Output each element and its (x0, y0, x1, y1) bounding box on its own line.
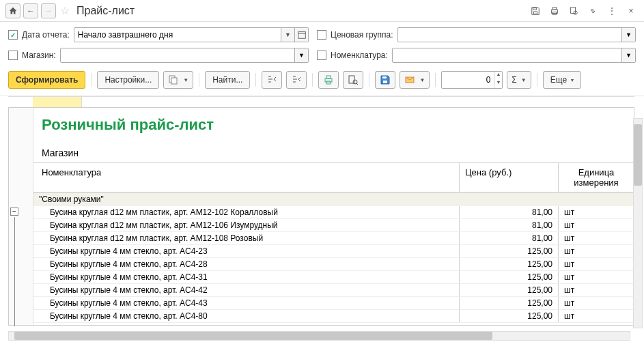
nomenclature-dropdown[interactable]: ▼ (621, 48, 635, 62)
cell-name: Бусины круглые 4 мм стекло, арт. AC4-28 (33, 258, 460, 270)
email-button[interactable]: ▼ (400, 71, 430, 89)
svg-rect-5 (298, 32, 305, 39)
favorite-icon[interactable]: ☆ (60, 4, 70, 17)
svg-line-14 (356, 83, 358, 85)
group-row[interactable]: "Своими руками" (33, 192, 634, 206)
link-icon[interactable] (585, 3, 600, 18)
horizontal-scrollbar[interactable] (8, 331, 630, 341)
cell-unit: шт (559, 219, 634, 231)
cell-unit: шт (559, 206, 634, 218)
sum-input[interactable]: 0 ▲▼ (441, 71, 503, 89)
svg-rect-1 (552, 7, 556, 10)
svg-rect-8 (171, 78, 177, 84)
svg-rect-3 (571, 7, 576, 13)
price-group-label: Ценовая группа: (331, 30, 393, 40)
find-button[interactable]: Найти... (205, 71, 250, 89)
report-date-input[interactable] (74, 27, 281, 42)
settings-button[interactable]: Настройки... (97, 71, 159, 89)
close-icon[interactable]: × (624, 3, 639, 18)
store-input[interactable] (61, 48, 294, 62)
cell-price: 81,00 (460, 206, 559, 218)
more-icon[interactable]: ⋮ (604, 3, 619, 18)
tree-line (14, 217, 15, 326)
price-group-input[interactable] (398, 28, 621, 42)
cell-price: 125,00 (460, 284, 559, 296)
more-button[interactable]: Еще▾ (543, 71, 581, 89)
cell-unit: шт (559, 310, 634, 322)
price-group-checkbox[interactable] (317, 30, 326, 40)
table-row[interactable]: Бусины круглые 4 мм стекло, арт. AC4-231… (33, 245, 634, 258)
store-checkbox[interactable] (8, 51, 18, 60)
variants-button[interactable]: ▼ (163, 71, 193, 89)
cell-name: Бусина круглая d12 мм пластик, арт. AM12… (33, 232, 460, 244)
col-unit-header: Единица измерения (559, 163, 634, 192)
store-section: Магазин (33, 143, 634, 163)
cell-name: Бусины круглые 4 мм стекло, арт. AC4-43 (33, 297, 460, 309)
cell-price: 125,00 (460, 310, 559, 322)
svg-rect-16 (383, 81, 387, 83)
home-button[interactable] (5, 3, 20, 18)
svg-rect-10 (326, 76, 331, 78)
collapse-button[interactable] (286, 71, 307, 89)
svg-rect-15 (382, 76, 387, 78)
table-row[interactable]: Бусина круглая d12 мм пластик, арт. AM12… (33, 232, 634, 245)
titlebar: ← → ☆ Прайс-лист ⋮ × (0, 0, 644, 22)
sum-up[interactable]: ▲ (494, 72, 502, 80)
cell-unit: шт (559, 284, 634, 296)
cell-price: 125,00 (460, 245, 559, 257)
svg-rect-12 (349, 76, 354, 83)
cell-unit: шт (559, 245, 634, 257)
gutter (9, 108, 33, 325)
nomenclature-label: Номенклатура: (331, 51, 388, 60)
cell-name: Бусина круглая d12 мм пластик, арт. AM12… (33, 206, 460, 218)
table-row[interactable]: Бусина круглая d12 мм пластик, арт. AM12… (33, 206, 634, 219)
cell-unit: шт (559, 258, 634, 270)
table-row[interactable]: Бусины круглые 4 мм стекло, арт. AC4-311… (33, 271, 634, 284)
table-row[interactable]: Бусина круглая d12 мм пластик, арт. AM12… (33, 219, 634, 232)
preview-button[interactable] (343, 71, 363, 89)
preview-icon[interactable] (566, 3, 581, 18)
toolbar: Сформировать Настройки... ▼ Найти... ▼ 0… (0, 68, 644, 96)
vertical-scrollbar[interactable] (633, 118, 643, 328)
page-title: Прайс-лист (76, 5, 528, 17)
report-date-label: Дата отчета: (22, 30, 70, 40)
report-date-calendar[interactable] (295, 27, 309, 42)
cell-unit: шт (559, 232, 634, 244)
print-button[interactable] (318, 71, 339, 89)
store-dropdown[interactable]: ▼ (294, 48, 308, 62)
table-row[interactable]: Бусины круглые 4 мм стекло, арт. AC4-281… (33, 258, 634, 271)
nomenclature-input[interactable] (393, 48, 621, 62)
table-row[interactable]: Бусины круглые 4 мм стекло, арт. AC4-431… (33, 297, 634, 310)
save-button[interactable] (375, 71, 395, 89)
report-date-dropdown[interactable]: ▼ (281, 27, 295, 42)
table-header: Номенклатура Цена (руб.) Единица измерен… (33, 163, 634, 192)
col-price-header: Цена (руб.) (460, 163, 559, 192)
price-group-dropdown[interactable]: ▼ (621, 28, 635, 42)
generate-button[interactable]: Сформировать (8, 71, 85, 89)
sigma-button[interactable]: Σ▼ (507, 71, 531, 89)
cell-unit: шт (559, 271, 634, 283)
report-date-checkbox[interactable] (8, 30, 18, 40)
forward-button[interactable]: → (41, 3, 56, 18)
sum-down[interactable]: ▼ (494, 80, 502, 88)
expand-button[interactable] (262, 71, 282, 89)
cell-price: 81,00 (460, 219, 559, 231)
cell-name: Бусины круглые 4 мм стекло, арт. AC4-80 (33, 310, 460, 322)
print-icon[interactable] (547, 3, 562, 18)
cell-unit: шт (559, 297, 634, 309)
save-icon[interactable] (528, 3, 543, 18)
cell-price: 125,00 (460, 258, 559, 270)
cell-name: Бусины круглые 4 мм стекло, арт. AC4-42 (33, 284, 460, 296)
col-name-header: Номенклатура (33, 163, 460, 192)
cell-name: Бусины круглые 4 мм стекло, арт. AC4-31 (33, 271, 460, 283)
collapse-group-icon[interactable]: − (10, 208, 18, 216)
cell-name: Бусины круглые 4 мм стекло, арт. AC4-23 (33, 245, 460, 257)
table-row[interactable]: Бусины круглые 4 мм стекло, арт. AC4-421… (33, 284, 634, 297)
cell-price: 81,00 (460, 232, 559, 244)
cell-price: 125,00 (460, 271, 559, 283)
cell-price: 125,00 (460, 297, 559, 309)
nomenclature-checkbox[interactable] (317, 51, 326, 60)
table-row[interactable]: Бусины круглые 4 мм стекло, арт. AC4-801… (33, 310, 634, 323)
cell-name: Бусина круглая d12 мм пластик, арт. AM12… (33, 219, 460, 231)
back-button[interactable]: ← (23, 3, 38, 18)
